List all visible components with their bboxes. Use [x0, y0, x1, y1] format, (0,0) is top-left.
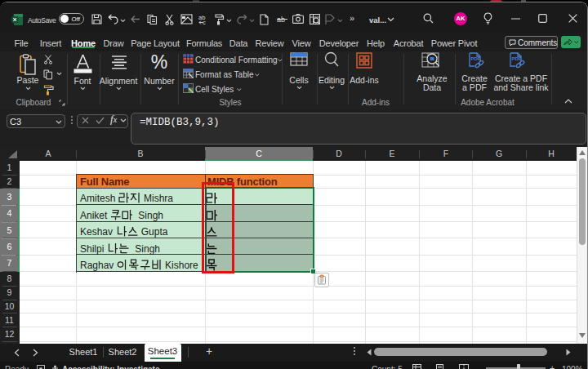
svg-text:PDF: PDF [512, 56, 522, 61]
svg-text:c: c [203, 19, 206, 25]
svg-text:PDF: PDF [471, 56, 481, 61]
